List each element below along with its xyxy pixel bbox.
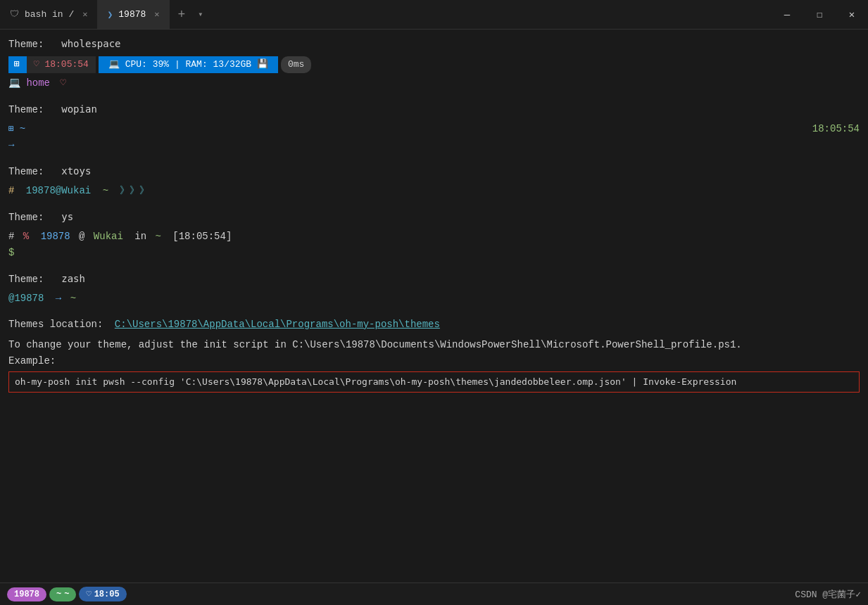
tab-19878[interactable]: ❯ 19878 ✕ [97,0,169,29]
ws-win-seg: ⊞ [8,56,27,73]
theme-wholespace-home: 💻 home ♡ [8,76,860,91]
titlebar: 🛡 bash in / ✕ ❯ 19878 ✕ + ▾ — ☐ ✕ [0,0,868,30]
tab-bash-icon: 🛡 [10,9,19,20]
theme-wopian-section: Theme: wopian ⊞ ~ 18:05:54 → [8,102,860,153]
theme-wopian-time: 18:05:54 [812,122,860,136]
ws-ms-seg: 0ms [281,56,311,73]
theme-ys-label-line: Theme: ys [8,210,860,225]
theme-zash-prompt: @19878 → ~ [8,291,860,306]
themes-path: C:\Users\19878\AppData\Local\Programs\oh… [115,319,440,330]
tab-19878-close[interactable]: ✕ [154,9,159,20]
theme-wopian-prompt: ⊞ ~ 18:05:54 [8,122,860,136]
theme-ys-prompt-line1: # % 19878 @ Wukai in ~ [18:05:54] [8,229,860,244]
theme-wopian-name: wopian [61,103,97,115]
theme-xtoys-name: xtoys [61,165,91,177]
ws-cpu-seg: 💻 CPU: 39% | RAM: 13/32GB 💾 [99,56,278,73]
theme-wholespace-prompt: ⊞ ♡ 18:05:54 💻 CPU: 39% | RAM: 13/32GB 💾… [8,56,860,73]
theme-zash-label-line: Theme: zash [8,272,860,287]
example-label: Example: [8,354,860,369]
statusbar-right-label: CSDN @宅菌子✓ [795,588,861,601]
close-button[interactable]: ✕ [836,0,868,29]
theme-xtoys-prompt: # 19878@Wukai ~ 》》》 [8,184,860,198]
window-controls: — ☐ ✕ [771,0,868,29]
add-tab-button[interactable]: + [170,0,194,29]
change-theme-text: To change your theme, adjust the init sc… [8,338,860,352]
info-section: Themes location: C:\Users\19878\AppData\… [8,317,860,393]
theme-wopian-label-line: Theme: wopian [8,102,860,117]
theme-wholespace-label-line: Theme: wholespace [8,37,860,52]
theme-xtoys-section: Theme: xtoys # 19878@Wukai ~ 》》》 [8,164,860,198]
tab-dropdown-button[interactable]: ▾ [194,0,207,29]
theme-zash-section: Theme: zash @19878 → ~ [8,272,860,306]
theme-wopian-arrow: → [8,138,860,153]
tab-19878-label: 19878 [118,9,146,20]
statusbar-branch: ~ ~ [49,587,76,601]
themes-location-line: Themes location: C:\Users\19878\AppData\… [8,317,860,332]
example-command-box: oh-my-posh init pwsh --config 'C:\Users\… [8,371,860,393]
theme-ys-name: ys [61,211,73,222]
statusbar-time: ♡ 18:05 [79,587,126,601]
theme-ys-prompt-dollar: $ [8,246,860,260]
tab-bash[interactable]: 🛡 bash in / ✕ [0,0,97,29]
ws-heart-seg: ♡ 18:05:54 [27,56,96,73]
terminal-content[interactable]: Theme: wholespace ⊞ ♡ 18:05:54 💻 CPU: 39… [0,30,868,582]
theme-ys-section: Theme: ys # % 19878 @ Wukai in ~ [18:05:… [8,210,860,260]
theme-zash-name: zash [61,273,85,284]
statusbar: 19878 ~ ~ ♡ 18:05 CSDN @宅菌子✓ [0,582,868,605]
tab-19878-icon: ❯ [107,9,113,20]
tab-bash-label: bash in / [25,9,74,20]
tab-bash-close[interactable]: ✕ [82,9,87,20]
statusbar-pid: 19878 [7,587,46,601]
theme-xtoys-label-line: Theme: xtoys [8,164,860,179]
maximize-button[interactable]: ☐ [803,0,836,29]
minimize-button[interactable]: — [771,0,803,29]
theme-wholespace-name: wholespace [61,38,120,49]
theme-wholespace-section: Theme: wholespace ⊞ ♡ 18:05:54 💻 CPU: 39… [8,37,860,91]
